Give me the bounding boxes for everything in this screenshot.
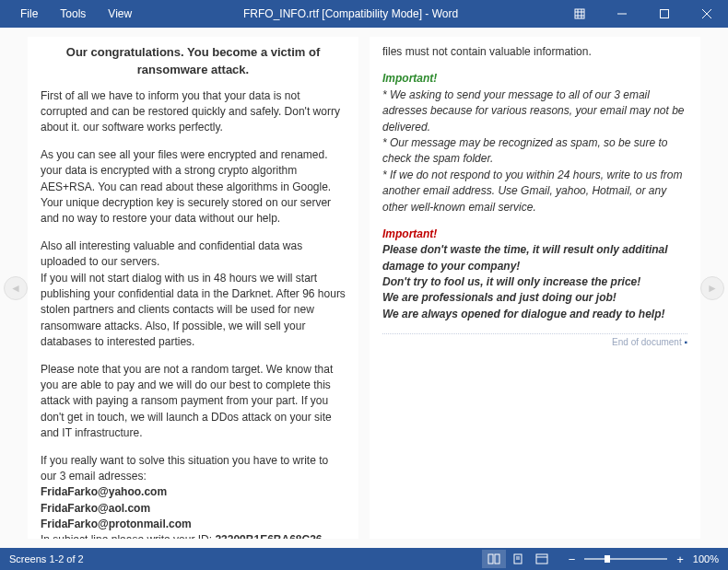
paragraph: As you can see all your files were encry… <box>41 147 346 227</box>
svg-rect-10 <box>536 554 547 564</box>
page-2: files must not contain valuable informat… <box>370 37 700 539</box>
svg-rect-6 <box>495 554 499 564</box>
read-mode-icon[interactable] <box>482 550 506 568</box>
text: Also all interesting valuable and confid… <box>41 239 302 268</box>
menu-view[interactable]: View <box>97 7 143 20</box>
paragraph: Important! Please don't waste the time, … <box>382 227 687 322</box>
close-icon[interactable] <box>686 0 728 28</box>
text: We are professionals and just doing our … <box>382 291 616 304</box>
svg-rect-2 <box>661 10 669 18</box>
text: * We asking to send your message to all … <box>382 88 685 134</box>
paragraph: Also all interesting valuable and confid… <box>41 238 346 351</box>
paragraph: files must not contain valuable informat… <box>382 44 687 60</box>
text: * Our message may be recognized as spam,… <box>382 136 668 165</box>
zoom-slider-thumb[interactable] <box>605 555 610 563</box>
zoom-control: − + 100% <box>565 553 719 566</box>
text: Please don't waste the time, it will res… <box>382 243 668 272</box>
text: Don't try to fool us, it will only incre… <box>382 275 640 288</box>
zoom-slider[interactable] <box>584 558 667 560</box>
zoom-in-button[interactable]: + <box>673 553 687 566</box>
text: We are always opened for dialogue and re… <box>382 308 665 320</box>
zoom-out-button[interactable]: − <box>565 553 580 566</box>
view-mode-buttons <box>482 550 554 568</box>
victim-id: 23209B1E6BA68C26 <box>215 533 322 539</box>
screens-indicator[interactable]: Screens 1-2 of 2 <box>9 553 84 564</box>
menu-bar: File Tools View <box>0 7 143 20</box>
menu-file[interactable]: File <box>9 7 49 20</box>
email-address: FridaFarko@yahoo.com <box>41 485 167 498</box>
maximize-icon[interactable] <box>643 0 686 28</box>
text: If you will not start dialog with us in … <box>41 272 346 349</box>
prev-page-button[interactable]: ◄ <box>4 276 28 300</box>
next-page-button[interactable]: ► <box>700 276 724 300</box>
svg-rect-5 <box>488 554 493 564</box>
text: If you really want to solve this situati… <box>41 454 328 483</box>
paragraph: Please note that you are not a random ta… <box>41 362 346 442</box>
text: * If we do not respond to you within 24 … <box>382 169 683 214</box>
zoom-percent[interactable]: 100% <box>693 553 719 564</box>
email-address: FridaFarko@protonmail.com <box>41 518 192 530</box>
print-layout-icon[interactable] <box>506 550 530 568</box>
web-layout-icon[interactable] <box>530 550 554 568</box>
email-address: FridaFarko@aol.com <box>41 502 150 515</box>
end-of-document-marker: End of document <box>382 333 687 350</box>
important-label: Important! <box>382 227 437 240</box>
title-bar: File Tools View FRFO_INFO.rtf [Compatibi… <box>0 0 728 28</box>
fullscreen-icon[interactable] <box>558 0 601 28</box>
document-heading: Our congratulations. You become a victim… <box>41 44 346 79</box>
document-area: ◄ ► Our congratulations. You become a vi… <box>0 28 728 548</box>
svg-rect-0 <box>575 9 584 18</box>
paragraph: First of all we have to inform you that … <box>41 88 346 136</box>
paragraph: Important! * We asking to send your mess… <box>382 71 687 215</box>
minimize-icon[interactable] <box>601 0 643 28</box>
important-label: Important! <box>382 72 437 85</box>
window-title: FRFO_INFO.rtf [Compatibility Mode] - Wor… <box>143 7 558 20</box>
text: In subject line please write your ID: <box>41 533 215 539</box>
status-bar: Screens 1-2 of 2 − + 100% <box>0 548 728 570</box>
page-1: Our congratulations. You become a victim… <box>28 37 358 539</box>
menu-tools[interactable]: Tools <box>49 7 97 20</box>
window-controls <box>558 0 728 28</box>
paragraph: If you really want to solve this situati… <box>41 453 346 540</box>
